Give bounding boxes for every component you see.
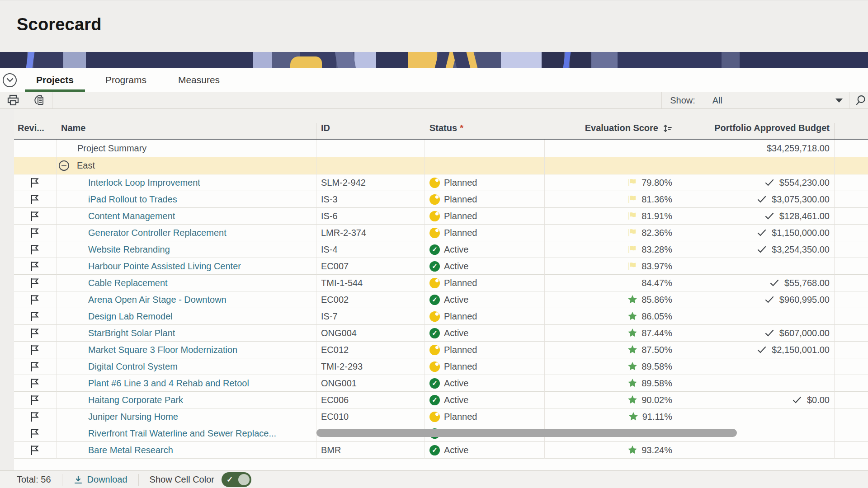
table-row[interactable]: Juniper Nursing HomeEC010Planned91.11% xyxy=(14,408,868,425)
print-button[interactable] xyxy=(0,92,26,108)
table-row[interactable]: Bare Metal ResearchBMR✓Active93.24% xyxy=(14,442,868,459)
table-row[interactable]: Arena Open Air Stage - DowntownEC002✓Act… xyxy=(14,291,868,308)
star-icon xyxy=(627,361,638,372)
project-name-link[interactable]: Interlock Loop Improvement xyxy=(88,178,200,188)
column-header-revi[interactable]: Revi... xyxy=(14,123,57,139)
review-flag-button[interactable] xyxy=(29,244,41,256)
project-name-link[interactable]: Digital Control System xyxy=(88,361,178,372)
download-button[interactable]: Download xyxy=(73,474,127,485)
review-flag-button[interactable] xyxy=(29,444,41,456)
table-row[interactable]: Interlock Loop ImprovementSLM-2-942Plann… xyxy=(14,174,868,191)
project-name-link[interactable]: Design Lab Remodel xyxy=(88,311,173,322)
tab-programs[interactable]: Programs xyxy=(90,68,162,92)
approved-budget: $3,254,350.00 xyxy=(772,244,830,255)
approved-check-icon xyxy=(792,394,802,405)
review-flag-button[interactable] xyxy=(29,394,41,406)
table-row[interactable]: Cable ReplacementTMI-1-544Planned84.47%$… xyxy=(14,275,868,291)
review-flag-icon xyxy=(29,361,41,373)
project-name-link[interactable]: Plant #6 Line 3 and 4 Rehab and Retool xyxy=(88,378,249,389)
show-cell-color-toggle[interactable]: ✓ xyxy=(222,472,251,487)
review-flag-icon xyxy=(29,327,41,339)
review-flag-button[interactable] xyxy=(29,361,41,373)
review-flag-button[interactable] xyxy=(29,377,41,389)
dropdown-caret-icon xyxy=(835,99,843,103)
status-planned-icon xyxy=(429,178,440,188)
project-name-link[interactable]: Haitang Corporate Park xyxy=(88,395,183,405)
star-icon xyxy=(627,394,638,405)
review-flag-button[interactable] xyxy=(29,427,41,440)
project-name-link[interactable]: Harbour Pointe Assisted Living Center xyxy=(88,261,241,272)
tab-projects[interactable]: Projects xyxy=(20,68,90,92)
column-label: Portfolio Approved Budget xyxy=(714,123,830,133)
project-name-link[interactable]: Bare Metal Research xyxy=(88,445,173,455)
project-name-link[interactable]: Market Square 3 Floor Modernization xyxy=(88,345,237,355)
download-icon xyxy=(73,475,83,485)
column-header-status[interactable]: Status* xyxy=(425,123,545,139)
project-id: IS-7 xyxy=(321,311,338,322)
column-header-id[interactable]: ID xyxy=(316,123,425,139)
column-header-evaluation-score[interactable]: Evaluation Score xyxy=(545,123,677,139)
tabs: ProjectsProgramsMeasures xyxy=(20,68,236,92)
table-row[interactable]: Design Lab RemodelIS-7Planned86.05% xyxy=(14,308,868,325)
table-row[interactable]: Generator Controller ReplacementLMR-2-37… xyxy=(14,225,868,241)
project-name-link[interactable]: StarBright Solar Plant xyxy=(88,328,175,338)
project-id: TMI-2-293 xyxy=(321,361,363,372)
review-flag-icon xyxy=(29,411,41,423)
review-flag-button[interactable] xyxy=(29,210,41,222)
evaluation-score: 83.28% xyxy=(642,244,672,255)
table-row[interactable]: Plant #6 Line 3 and 4 Rehab and RetoolON… xyxy=(14,375,868,392)
search-button[interactable] xyxy=(849,92,868,108)
summary-row[interactable]: Project Summary$34,259,718.00 xyxy=(14,140,868,157)
approved-budget: $1,150,000.00 xyxy=(772,228,830,238)
collapse-group-button[interactable] xyxy=(59,160,69,171)
horizontal-scrollbar-thumb[interactable] xyxy=(316,429,737,437)
review-flag-button[interactable] xyxy=(29,411,41,423)
review-flag-icon xyxy=(29,444,41,456)
table-row[interactable]: iPad Rollout to TradesIS-3Planned81.36%$… xyxy=(14,191,868,208)
table-row[interactable]: Website RebrandingIS-4✓Active83.28%$3,25… xyxy=(14,241,868,258)
review-flag-button[interactable] xyxy=(29,227,41,239)
review-flag-button[interactable] xyxy=(29,344,41,356)
project-name-link[interactable]: Juniper Nursing Home xyxy=(88,412,178,422)
approved-budget: $34,259,718.00 xyxy=(767,143,830,154)
review-flag-button[interactable] xyxy=(29,193,41,206)
page-title: Scorecard xyxy=(0,0,868,34)
review-flag-button[interactable] xyxy=(29,310,41,323)
status-active-icon: ✓ xyxy=(429,378,440,389)
column-header-name[interactable]: Name xyxy=(57,123,316,139)
show-filter-group: Show: All xyxy=(661,92,849,108)
grid-footer: Total: 56 Download Show Cell Color ✓ xyxy=(0,470,868,488)
show-filter-select[interactable]: All xyxy=(712,95,843,106)
tabs-overflow-button[interactable] xyxy=(3,73,17,87)
toggle-knob xyxy=(238,474,250,485)
approved-check-icon xyxy=(764,294,775,305)
review-flag-button[interactable] xyxy=(29,177,41,189)
review-flag-button[interactable] xyxy=(29,294,41,306)
review-flag-button[interactable] xyxy=(29,277,41,289)
table-row[interactable]: Harbour Pointe Assisted Living CenterEC0… xyxy=(14,258,868,275)
table-row[interactable]: Digital Control SystemTMI-2-293Planned89… xyxy=(14,358,868,375)
table-row[interactable]: Haitang Corporate ParkEC006✓Active90.02%… xyxy=(14,392,868,408)
project-name-link[interactable]: Arena Open Air Stage - Downtown xyxy=(88,295,226,305)
table-row[interactable]: Market Square 3 Floor ModernizationEC012… xyxy=(14,342,868,358)
project-name-link[interactable]: Website Rebranding xyxy=(88,244,170,255)
project-name-link[interactable]: Riverfront Trail Waterline and Sewer Rep… xyxy=(88,428,276,439)
table-row[interactable]: StarBright Solar PlantONG004✓Active87.44… xyxy=(14,325,868,342)
tab-measures[interactable]: Measures xyxy=(162,68,236,92)
column-header-portfolio-approved-budget[interactable]: Portfolio Approved Budget xyxy=(677,123,835,139)
review-flag-button[interactable] xyxy=(29,260,41,272)
flag-icon xyxy=(627,244,638,255)
review-flag-button[interactable] xyxy=(29,327,41,339)
project-name-link[interactable]: iPad Rollout to Trades xyxy=(88,194,177,205)
table-row[interactable]: Content ManagementIS-6Planned81.91%$128,… xyxy=(14,208,868,225)
project-name-link[interactable]: Generator Controller Replacement xyxy=(88,228,226,238)
group-row[interactable]: East xyxy=(14,157,868,174)
evaluation-score: 87.50% xyxy=(642,345,672,355)
review-flag-icon xyxy=(29,427,41,440)
evaluation-score: 84.47% xyxy=(642,278,672,288)
star-icon xyxy=(627,311,638,322)
status-active-icon: ✓ xyxy=(429,295,440,305)
recalculate-button[interactable] xyxy=(26,92,52,108)
project-name-link[interactable]: Cable Replacement xyxy=(88,278,168,288)
project-name-link[interactable]: Content Management xyxy=(88,211,175,221)
